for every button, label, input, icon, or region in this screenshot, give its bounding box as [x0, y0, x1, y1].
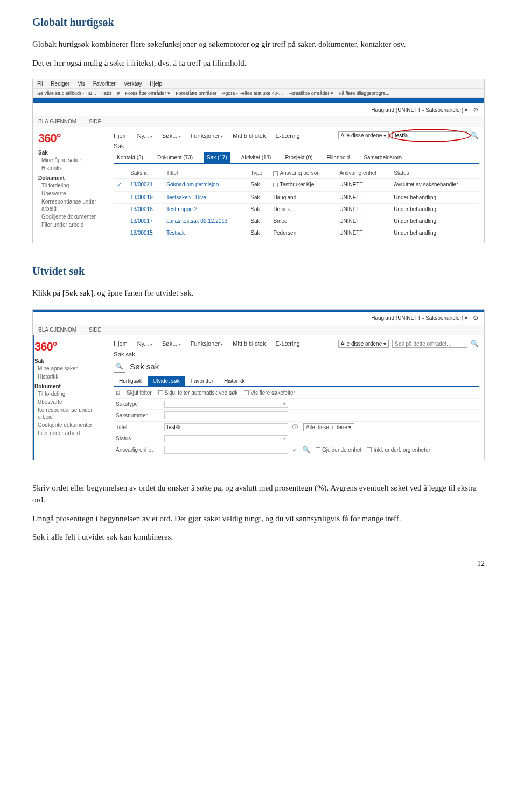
- col-tittel[interactable]: Tittel: [163, 168, 247, 179]
- menu-verktoy[interactable]: Verktøy: [124, 81, 142, 87]
- tittel-mode-select[interactable]: Alle disse ordene ▾: [303, 423, 354, 431]
- col-status[interactable]: Status: [390, 168, 479, 179]
- search-mode-select[interactable]: Alle disse ordene ▾: [338, 340, 389, 348]
- menu-favoritter[interactable]: Favoritter: [93, 81, 116, 87]
- col-ansvarlig-person[interactable]: Ansvarlig person: [270, 168, 336, 179]
- sidebar-item-ubesvarte[interactable]: Ubesvarte: [38, 398, 103, 405]
- nav-sok[interactable]: Søk...: [162, 340, 181, 347]
- skjul-felter-label[interactable]: Skjul felter: [127, 390, 152, 396]
- lookup-icon[interactable]: 🔍: [302, 446, 310, 453]
- nav-ny[interactable]: Ny...: [137, 132, 152, 139]
- input-sakstype[interactable]: [164, 401, 288, 408]
- input-ansvarlig-enhet[interactable]: [164, 446, 288, 454]
- tab-dokument[interactable]: Dokument (73): [154, 152, 196, 163]
- sidebar-item-filer-under-arbeid[interactable]: Filer under arbeid: [41, 221, 103, 228]
- tab-hurtigsok[interactable]: Hurtigsøk: [114, 376, 148, 386]
- fav-foreslatte-1[interactable]: Foreslåtte områder ▾: [125, 90, 171, 96]
- fav-foreslatte-2[interactable]: Foreslåtte områder: [176, 90, 216, 96]
- nav-ny[interactable]: Ny...: [137, 340, 152, 347]
- cell-tittel[interactable]: Søknad om permisjon: [163, 179, 247, 192]
- sidebar-item-ubesvarte[interactable]: Ubesvarte: [41, 190, 103, 197]
- sidebar-item-mine-apne-saker[interactable]: Mine åpne saker: [38, 365, 103, 372]
- info-icon[interactable]: ⓘ: [292, 423, 298, 431]
- search-icon[interactable]: 🔍: [471, 340, 479, 347]
- fav-tillegg[interactable]: Få flere tilleggsprogra...: [339, 90, 390, 96]
- tab-utvidet-sok[interactable]: Utvidet søk: [148, 376, 185, 386]
- ribbon-bla-gjennom[interactable]: BLA GJENNOM: [38, 327, 76, 333]
- fav-foreslatte-3[interactable]: Foreslåtte områder ▾: [288, 90, 333, 96]
- tab-kontakt[interactable]: Kontakt (3): [114, 152, 146, 163]
- sidebar-item-korrespondanse[interactable]: Korrespondanse under arbeid: [38, 407, 103, 421]
- sidebar-item-historikk[interactable]: Historikk: [38, 373, 103, 380]
- checkmark-icon[interactable]: ✓: [292, 447, 297, 453]
- ribbon-bla-gjennom[interactable]: BLA GJENNOM: [38, 118, 76, 124]
- cell-saksnr[interactable]: 13/00018: [127, 204, 163, 215]
- ribbon-side[interactable]: SIDE: [89, 327, 101, 333]
- cell-tittel[interactable]: Lailas testsak 02.12.2013: [163, 215, 247, 227]
- cell-tittel[interactable]: Testsaken - Hive: [163, 192, 247, 204]
- tab-favoritter[interactable]: Favoritter: [185, 376, 219, 386]
- col-ansvarlig-enhet[interactable]: Ansvarlig enhet: [336, 168, 390, 179]
- col-type[interactable]: Type: [247, 168, 270, 179]
- nav-elaring[interactable]: E-Læring: [275, 340, 299, 347]
- table-row[interactable]: 13/00015 Testsak Sak Pedersen UNINETT Un…: [114, 227, 479, 239]
- cell-saksnr[interactable]: 13/00017: [127, 215, 163, 227]
- sidebar-item-korrespondanse[interactable]: Korrespondanse under arbeid: [41, 198, 103, 212]
- nav-funksjoner[interactable]: Funksjoner: [191, 340, 223, 347]
- checkbox-inkl-underl[interactable]: Inkl. underl. org.enheter: [367, 447, 430, 453]
- tab-prosjekt[interactable]: Prosjekt (0): [282, 152, 316, 163]
- fav-hash[interactable]: #: [117, 90, 120, 96]
- table-row[interactable]: 13/00019 Testsaken - Hive Sak Haugland U…: [114, 192, 479, 204]
- tab-samarbeidsrom[interactable]: Samarbeidsrom: [360, 152, 405, 163]
- cell-saksnr[interactable]: 13/00015: [127, 227, 163, 239]
- input-saksnummer[interactable]: [164, 411, 288, 419]
- user-menu[interactable]: Haugland (UNINETT - Saksbehandler) ▾: [371, 315, 467, 321]
- menu-vis[interactable]: Vis: [78, 81, 85, 87]
- global-search-input[interactable]: [392, 340, 467, 348]
- input-tittel[interactable]: [164, 423, 288, 431]
- sidebar-item-til-fordeling[interactable]: Til fordeling: [38, 390, 103, 397]
- cell-tittel[interactable]: Testmappe 2: [163, 204, 247, 215]
- menu-hjelp[interactable]: Hjelp: [150, 81, 162, 87]
- ribbon-side[interactable]: SIDE: [89, 118, 101, 124]
- fav-agora[interactable]: Agora - Felles test uke 40-...: [222, 90, 283, 96]
- gear-icon[interactable]: ⚙: [473, 106, 479, 114]
- sidebar-item-filer-under-arbeid[interactable]: Filer under arbeid: [38, 430, 103, 437]
- menu-fil[interactable]: Fil: [37, 81, 43, 87]
- table-row[interactable]: 13/00018 Testmappe 2 Sak Delbek UNINETT …: [114, 204, 479, 215]
- fav-tabs[interactable]: Tabs: [102, 90, 112, 96]
- checkbox-vis-flere[interactable]: Vis flere søkefelter: [244, 390, 295, 396]
- nav-hjem[interactable]: Hjem: [114, 132, 128, 139]
- nav-sok[interactable]: Søk...: [162, 132, 181, 139]
- cell-saksnr[interactable]: 13/00019: [127, 192, 163, 204]
- table-row[interactable]: 13/00017 Lailas testsak 02.12.2013 Sak S…: [114, 215, 479, 227]
- tab-historikk[interactable]: Historikk: [219, 376, 250, 386]
- nav-hjem[interactable]: Hjem: [114, 340, 128, 347]
- user-menu[interactable]: Haugland (UNINETT - Saksbehandler) ▾: [371, 107, 467, 113]
- gear-icon[interactable]: ⚙: [473, 314, 479, 322]
- tab-filinnhold[interactable]: Filinnhold: [324, 152, 353, 163]
- menu-rediger[interactable]: Rediger: [51, 81, 69, 87]
- col-saksnr[interactable]: Saksnr.: [127, 168, 163, 179]
- checkbox-gjeldende-enhet[interactable]: Gjeldende enhet: [316, 447, 361, 453]
- tab-aktivitet[interactable]: Aktivitet (18): [238, 152, 275, 163]
- search-mode-select[interactable]: Alle disse ordene ▾: [338, 131, 389, 139]
- table-row[interactable]: ✓ 13/00021 Søknad om permisjon Sak Testb…: [114, 179, 479, 192]
- checkbox-auto-skjul[interactable]: Skjul felter automatisk ved søk: [158, 390, 238, 396]
- sidebar-item-godkjente[interactable]: Godkjente dokumenter: [41, 213, 103, 220]
- fav-studietilbud[interactable]: Se våre studietilbud! - HB...: [37, 90, 96, 96]
- sidebar-item-godkjente[interactable]: Godkjente dokumenter: [38, 422, 103, 429]
- input-status[interactable]: [164, 435, 288, 442]
- nav-elaring[interactable]: E-Læring: [275, 132, 299, 139]
- cell-saksnr[interactable]: 13/00021: [127, 179, 163, 192]
- nav-mitt-bibliotek[interactable]: Mitt bibliotek: [233, 132, 266, 139]
- search-icon[interactable]: 🔍: [471, 132, 479, 139]
- nav-funksjoner[interactable]: Funksjoner: [191, 132, 223, 139]
- sidebar-item-mine-apne-saker[interactable]: Mine åpne saker: [41, 157, 103, 164]
- global-search-input[interactable]: [392, 131, 467, 139]
- nav-mitt-bibliotek[interactable]: Mitt bibliotek: [233, 340, 266, 347]
- sidebar-item-til-fordeling[interactable]: Til fordeling: [41, 182, 103, 189]
- cell-tittel[interactable]: Testsak: [163, 227, 247, 239]
- sidebar-item-historikk[interactable]: Historikk: [41, 165, 103, 172]
- collapse-icon[interactable]: ⊟: [116, 390, 120, 396]
